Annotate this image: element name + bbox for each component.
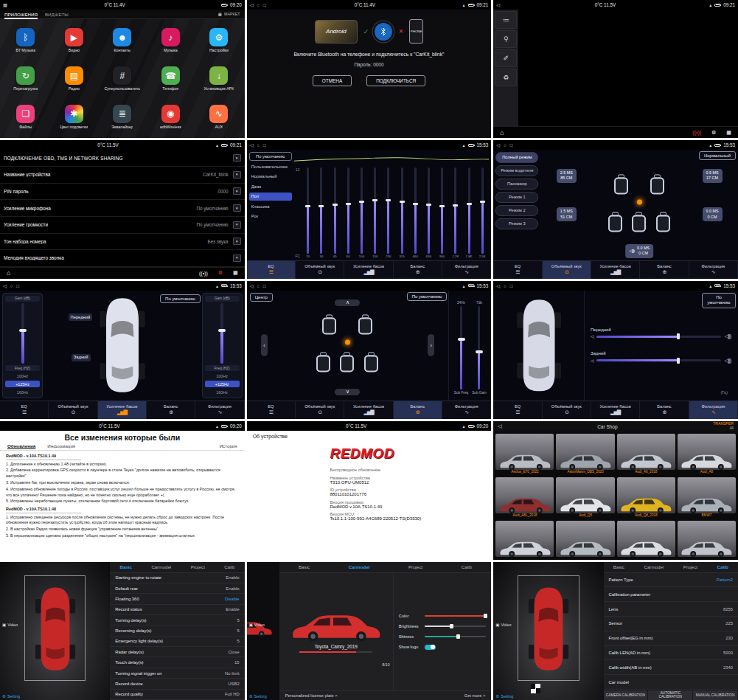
app-grid-icon[interactable]: ▦ [726, 130, 731, 136]
audio-tab[interactable]: Баланс ⊕ [394, 261, 442, 279]
audio-tab[interactable]: Фильтрация ∿ [689, 401, 738, 419]
home-button[interactable]: ⌂ [500, 129, 504, 136]
home-button[interactable]: ⌂ [7, 269, 10, 277]
eq-band-slider[interactable]: 30 [315, 167, 328, 258]
audio-tab[interactable]: EQ ☰ [247, 261, 296, 279]
control-slider[interactable] [425, 615, 487, 617]
setting-button[interactable]: ⚙Setting [249, 694, 267, 699]
cam-setting-row[interactable]: Pattern Type Pattern2 [604, 573, 738, 588]
audio-tab[interactable]: Усиление басов ▂▅▇ [344, 261, 393, 279]
app-shortcut[interactable]: ↓ Установщик АРК [195, 60, 243, 98]
show-logo-toggle[interactable] [425, 645, 436, 650]
bass-freq-option[interactable]: 160Hz [205, 389, 240, 395]
eq-band-slider[interactable]: 460 [408, 167, 422, 258]
audio-tab[interactable]: Баланс ⊕ [640, 261, 689, 279]
tab-apps[interactable]: ПРИЛОЖЕНИЯ [4, 10, 38, 18]
toolbar-icon[interactable]: ✐ [495, 49, 517, 67]
delay-front-left[interactable]: 2.5 MS85 CM [557, 169, 577, 183]
crossover-slider[interactable] [596, 359, 720, 361]
cancel-button[interactable]: ОТМЕНА [313, 75, 352, 86]
dropdown-icon[interactable]: ▼ [233, 171, 241, 179]
bass-gain-slider[interactable] [21, 303, 24, 364]
cam-tab[interactable]: Project [191, 564, 205, 569]
bass-freq-option[interactable]: 100Hz [5, 372, 40, 379]
eq-band-slider[interactable]: 630 [422, 167, 435, 258]
cam-tab[interactable]: Carmodel [349, 564, 370, 569]
audio-tab[interactable]: Усиление басов ▂▅▇ [591, 401, 640, 419]
cam-tab[interactable]: Calib [224, 564, 234, 569]
settings-gear-icon[interactable]: ⚙ [218, 270, 223, 276]
cam-tab[interactable]: Basic [299, 564, 310, 569]
audio-tab[interactable]: EQ ☰ [247, 401, 296, 419]
delay-subwoofer[interactable]: ◁))) 0.0 MS0 CM [625, 244, 653, 258]
app-shortcut[interactable]: ❏ Файлы [1, 98, 50, 136]
audio-tab[interactable]: EQ ☰ [493, 261, 542, 279]
nav-buttons[interactable]: ▦ [3, 2, 8, 7]
setting-button[interactable]: ⚙Setting [2, 694, 20, 699]
app-shortcut[interactable]: ▤ Радио [50, 60, 99, 98]
eq-band-slider[interactable]: 150 [369, 167, 382, 258]
app-shortcut[interactable]: ᛒ БТ Музыка [1, 21, 50, 60]
audio-tab[interactable]: Объёмный звук ⊙ [49, 401, 97, 419]
setting-button[interactable]: ⚙Setting [495, 694, 513, 699]
arrow-down-button[interactable]: ∨ [335, 389, 360, 395]
cam-setting-row[interactable]: Turning delay(s) 5 [110, 615, 244, 626]
dropdown-icon[interactable]: ▼ [233, 154, 241, 162]
calibration-button[interactable]: MANUAL CALIBRATION [693, 690, 738, 700]
eq-band-slider[interactable]: 2.5K [476, 167, 489, 258]
cam-setting-row[interactable]: Lens 8255 [604, 602, 738, 617]
dropdown-icon[interactable]: ▼ [233, 204, 241, 212]
app-shortcut[interactable]: ↻ Перезагрузка [1, 60, 50, 98]
cam-tab[interactable]: Project [408, 564, 422, 569]
nav-buttons[interactable]: ◁ ○ □ [496, 142, 513, 148]
connect-button[interactable]: ПОДКЛЮЧИТЬСЯ [366, 75, 425, 86]
app-shortcut[interactable]: ≣ Эквалайзер [98, 98, 147, 136]
surround-mode[interactable]: Пассажир [495, 179, 538, 190]
car-model-item[interactable]: Audi_A8 [678, 434, 736, 475]
cam-tab[interactable]: Calib [462, 564, 472, 569]
cam-setting-row[interactable]: Touch delay(s) 15 [110, 657, 244, 668]
audio-tab[interactable]: Объёмный звук ⊙ [296, 401, 344, 419]
app-shortcut[interactable]: ∿ AUX [195, 98, 243, 136]
surround-preset-button[interactable]: Нормальный [699, 151, 736, 160]
settings-row[interactable]: Усиление громкости По умолчанию ▼ [0, 217, 245, 234]
settings-row[interactable]: Усиление микрофона По умолчанию ▼ [0, 200, 245, 217]
toolbar-icon[interactable]: ≔ [495, 11, 517, 29]
audio-tab[interactable]: Фильтрация ∿ [689, 261, 738, 279]
arrow-left-button[interactable]: ‹ [261, 334, 268, 356]
center-button[interactable]: Центр [250, 293, 273, 302]
car-model-item[interactable] [495, 521, 554, 559]
eq-band-slider[interactable]: 1.8K [462, 167, 476, 258]
car-model-item[interactable] [617, 521, 675, 559]
car-model-item[interactable]: Audi_A6_2018 [617, 434, 675, 475]
cam-tab[interactable]: Carmodel [644, 564, 664, 569]
changelog-tab[interactable]: История [220, 443, 237, 448]
reset-defaults-button[interactable]: По умолчанию [160, 294, 201, 303]
app-grid-icon[interactable]: ▦ [233, 270, 238, 276]
settings-gear-icon[interactable]: ⚙ [711, 130, 716, 136]
video-button[interactable]: ▣Video [495, 623, 511, 627]
settings-row[interactable]: PIN пароль 0000 ▼ [0, 184, 245, 201]
settings-row[interactable]: Тон набора номера Без звука ▼ [0, 234, 245, 251]
cam-setting-row[interactable]: Starting engine to rotate Enable [110, 573, 244, 583]
cam-setting-row[interactable]: Record device USB2 [110, 679, 244, 689]
cam-setting-row[interactable]: Sensor 225 [604, 617, 738, 631]
car-model-item[interactable] [556, 521, 614, 559]
reset-defaults-button[interactable]: По умолчанию [702, 293, 736, 308]
cam-setting-row[interactable]: Calibration parameter [604, 587, 738, 602]
slider-track[interactable] [478, 306, 480, 389]
hotspot-icon[interactable]: ((•)) [692, 130, 701, 135]
surround-mode[interactable]: Режим 3 [495, 218, 538, 229]
nav-buttons[interactable]: ◁ ○ □ [250, 142, 267, 148]
cam-setting-row[interactable]: Calib width(AB in mm) 2340 [604, 660, 738, 675]
dropdown-icon[interactable]: ▼ [233, 238, 241, 245]
license-plate-link[interactable]: Personalized license plate > [285, 693, 338, 698]
audio-tab[interactable]: Объёмный звук ⊙ [543, 401, 591, 419]
cam-setting-row[interactable]: Record quality Full HD [110, 690, 244, 700]
bass-freq-option[interactable]: +125Hz [5, 381, 40, 387]
dropdown-icon[interactable]: ▼ [233, 221, 241, 229]
app-shortcut[interactable]: ⚙ Настройки [195, 21, 243, 60]
audio-tab[interactable]: Усиление басов ▂▅▇ [98, 401, 147, 419]
control-slider[interactable] [425, 626, 487, 628]
nav-buttons[interactable]: ◁ ○ □ [3, 283, 20, 288]
